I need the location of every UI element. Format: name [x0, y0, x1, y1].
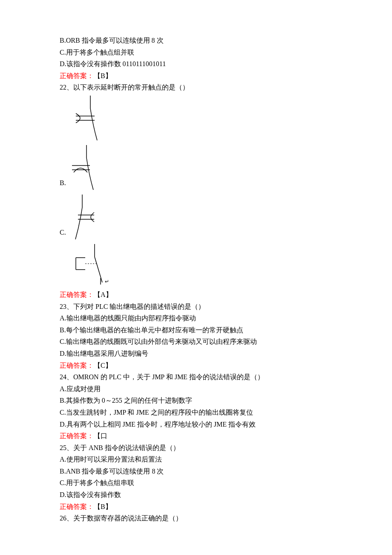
q24-answer: 正确答案：【口	[60, 430, 332, 442]
q24-option-c: C.当发生跳转时，JMP 和 JME 之间的程序段中的输出线圈将复位	[60, 407, 332, 418]
contact-arc-left-icon	[72, 96, 102, 142]
answer-value: 【C】	[94, 362, 112, 369]
answer-label: 正确答案：	[60, 362, 94, 369]
q23-stem: 23、下列对 PLC 输出继电器的描述错误的是（）	[60, 301, 332, 312]
q25-option-d: D.该指令没有操作数	[60, 489, 332, 500]
q24-stem: 24、OMRON 的 PLC 中，关于 JMP 和 JME 指令的说法错误的是（…	[60, 372, 332, 383]
q22-option-d-symbol: ↵	[72, 244, 332, 287]
q23-option-d: D.输出继电器采用八进制编号	[60, 348, 332, 359]
q25-option-c: C.用于将多个触点组串联	[60, 477, 332, 488]
q26-stem: 26、关于数据寄存器的说法正确的是（）	[60, 513, 332, 524]
q22-option-b-symbol	[69, 145, 98, 192]
answer-label: 正确答案：	[60, 432, 94, 439]
q22-option-c: C.	[60, 195, 332, 241]
contact-switch-icon: ↵	[72, 244, 115, 287]
q22-option-a-symbol	[72, 96, 332, 142]
q21-option-d: D.该指令没有操作数 0110111001011	[60, 58, 332, 70]
q24-option-b: B.其操作数为 0～255 之间的任何十进制数字	[60, 395, 332, 406]
q22-option-c-symbol	[69, 195, 98, 241]
q22-stem: 22、以下表示延时断开的常开触点的是（）	[60, 82, 332, 93]
q21-answer: 正确答案：【B】	[60, 70, 332, 81]
q23-option-b: B.每个输出继电器的在输出单元中都对应有唯一的常开硬触点	[60, 325, 332, 336]
answer-value: 【A】	[94, 291, 112, 298]
q21-option-c: C.用于将多个触点组并联	[60, 47, 332, 58]
q23-option-c: C.输出继电器的线圈既可以由外部信号来驱动又可以由程序来驱动	[60, 336, 332, 347]
q24-option-a: A.应成对使用	[60, 384, 332, 395]
contact-arc-right-icon	[69, 195, 98, 241]
q22-option-b: B.	[60, 145, 332, 192]
q22-option-c-label: C.	[60, 227, 66, 241]
svg-line-10	[95, 257, 102, 282]
answer-label: 正确答案：	[60, 291, 94, 298]
answer-label: 正确答案：	[60, 72, 94, 79]
q23-answer: 正确答案：【C】	[60, 360, 332, 371]
q25-stem: 25、关于 ANB 指令的说法错误的是（）	[60, 442, 332, 453]
answer-value: 【口	[94, 432, 107, 439]
answer-value: 【B】	[94, 72, 112, 79]
answer-value: 【B】	[94, 503, 112, 510]
q25-option-b: B.ANB 指令最多可以连续使用 8 次	[60, 466, 332, 477]
q25-answer: 正确答案：【B】	[60, 501, 332, 512]
q21-option-b: B.ORB 指令最多可以连续使用 8 次	[60, 35, 332, 46]
q22-option-b-label: B.	[60, 177, 66, 192]
q23-option-a: A.输出继电器的线圈只能由内部程序指令驱动	[60, 313, 332, 324]
q25-option-a: A.使用时可以采用分置法和后置法	[60, 454, 332, 465]
contact-arc-bottom-icon	[69, 145, 98, 192]
answer-label: 正确答案：	[60, 503, 94, 510]
q24-option-d: D.具有两个以上相同 JME 指令时，程序地址较小的 JME 指令有效	[60, 419, 332, 430]
svg-text:↵: ↵	[105, 279, 109, 285]
q22-answer: 正确答案：【A】	[60, 289, 332, 300]
